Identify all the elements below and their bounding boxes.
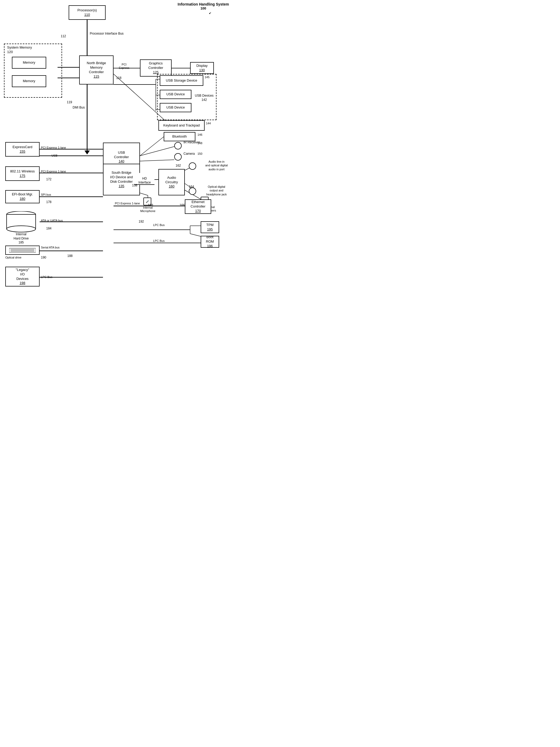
south-bridge-box: South Bridge I/O Device and Disk Control… (103, 164, 140, 196)
optical-out-icon (189, 187, 196, 195)
ref-190: 190 (41, 256, 46, 260)
ref-112: 112 (61, 34, 66, 38)
north-bridge-box: North Bridge Memory Controller 115 (79, 55, 113, 84)
audio-linein-label: Audio line-in and optical digital audio … (198, 160, 235, 171)
ir-receiver-num: 148 (198, 141, 202, 145)
legacy-box: "Legacy" I/O Devices 198 (5, 267, 40, 286)
keyboard-num: 144 (206, 122, 211, 125)
ref-178: 178 (46, 200, 51, 204)
bluetooth-box: Bluetooth (164, 132, 195, 141)
ref-119: 119 (67, 100, 72, 105)
ethernet-box: Ethernet Controller 170 (185, 199, 211, 214)
memory2-box: Memory (12, 75, 46, 87)
efi-boot-box: EFI-Boot Mgr. 180 (5, 190, 40, 203)
usb-label: USB (51, 154, 57, 157)
svg-line-35 (190, 234, 201, 236)
usb-storage-num: 145 (205, 75, 209, 79)
pci-1lane-2-label: PCI Express 1-lane (41, 170, 66, 173)
pci-1lane-1-label: PCI Express 1-lane (41, 146, 66, 150)
page-title: Information Handling System 100 ↙ (174, 2, 232, 10)
expresscard-box: ExpressCard 155 (5, 142, 40, 157)
pci-express-label: PCI Express (116, 63, 132, 70)
system-memory-label: System Memory (7, 45, 32, 49)
spi-label: SPI bus (41, 193, 51, 197)
usb-device1-box: USB Device (160, 90, 192, 99)
lpc3-label: LPC Bus (153, 239, 164, 243)
system-memory-dashed: System Memory 120 (4, 44, 62, 98)
hd-interface-label: HD Interface (135, 173, 154, 185)
usb-devices-label: USB Devices 142 (195, 94, 213, 102)
usb-storage-box: USB Storage Device (160, 75, 203, 86)
lpc2-label: LPC Bus (153, 223, 164, 227)
boot-rom-box: Boot ROM 196 (201, 236, 219, 248)
system-memory-num: 120 (7, 50, 13, 54)
optical-out-label: Optical digital output and headphone jac… (198, 185, 235, 196)
svg-line-15 (140, 147, 174, 156)
dmi-label: DMI Bus (73, 106, 85, 110)
processor-box: Processor(s) 110 (69, 5, 106, 20)
display-box: Display 130 (190, 62, 214, 74)
ref-192: 192 (138, 220, 144, 224)
ref-172: 172 (46, 177, 51, 182)
ir-receiver-icon (174, 142, 182, 150)
svg-marker-5 (84, 151, 90, 154)
wireless-box: 802.11 Wireless 175 (5, 166, 40, 181)
usb-device2-box: USB Device (160, 103, 192, 112)
ref-184: 184 (46, 227, 51, 231)
internal-hd-label: Internal Hard Drive 185 (5, 232, 37, 245)
tpm-box: TPM 195 (201, 221, 219, 233)
pci-1lane-3-label: PCI Express 1-lane (115, 202, 140, 205)
camera-icon (174, 153, 182, 160)
ref-118: 118 (116, 76, 122, 80)
diagram: Information Handling System 100 ↙ Proces… (0, 0, 238, 330)
bluetooth-num: 146 (198, 133, 202, 136)
svg-line-16 (140, 160, 174, 161)
camera-label: Camera (183, 152, 195, 156)
memory1-box: Memory (12, 57, 46, 69)
svg-line-14 (140, 135, 166, 156)
keyboard-box: Keyboard and Trackpad (158, 120, 205, 131)
pib-label: Processor Interface Bus (90, 32, 124, 36)
ref-166: 166 (180, 203, 185, 208)
ata-label: ATA or UATA bus (41, 218, 63, 222)
optical-label: Optical drive (5, 256, 21, 259)
ref-188: 188 (67, 254, 73, 258)
optical-box (5, 246, 40, 255)
svg-point-41 (7, 226, 36, 232)
camera-num: 150 (198, 152, 202, 156)
ref-158: 158 (132, 183, 137, 188)
ref-168: 168 (148, 203, 153, 208)
audio-box: Audio Circuitry 160 (158, 169, 185, 196)
serial-ata-label: Serial ATA bus (41, 246, 60, 249)
internal-hd-icon (5, 211, 37, 232)
audio-linein-icon (189, 162, 196, 170)
ref-162: 162 (176, 164, 181, 168)
lpc1-label: LPC Bus (41, 275, 52, 279)
